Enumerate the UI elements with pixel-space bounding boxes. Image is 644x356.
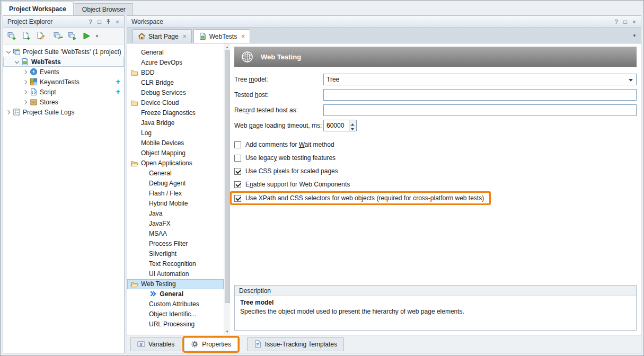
options-item[interactable]: BDD bbox=[127, 68, 224, 78]
close-tab-icon[interactable]: × bbox=[241, 33, 245, 40]
checkbox-label: Add comments for Wait method bbox=[245, 141, 334, 148]
tree-model-select[interactable]: Tree bbox=[323, 74, 637, 85]
checkbox[interactable] bbox=[234, 195, 241, 202]
tb-run-icon[interactable] bbox=[80, 29, 93, 43]
tb-new-suite-icon[interactable] bbox=[5, 29, 19, 43]
tb-edit-icon[interactable] bbox=[33, 29, 47, 43]
tb-organize-icon[interactable] bbox=[51, 29, 65, 43]
bottom-tab[interactable]: x Variables bbox=[130, 337, 181, 351]
options-item[interactable]: CLR Bridge bbox=[127, 78, 224, 88]
tb-run-test-icon[interactable] bbox=[65, 29, 79, 43]
expander-chevron[interactable] bbox=[22, 79, 29, 85]
tree-item-label: Project Suite 'WebTests' (1 project) bbox=[23, 48, 121, 56]
options-item-label: CLR Bridge bbox=[141, 79, 174, 86]
tab-list-dropdown[interactable]: ▼ bbox=[632, 33, 637, 38]
tree-item-label: KeywordTests bbox=[40, 78, 80, 86]
options-item[interactable]: JavaFX bbox=[127, 219, 224, 229]
bottom-tab[interactable]: Issue-Tracking Templates bbox=[247, 337, 344, 351]
options-item[interactable]: Object Mapping bbox=[127, 148, 224, 158]
expander-chevron[interactable] bbox=[22, 89, 29, 95]
options-item[interactable]: Custom Attributes bbox=[127, 299, 224, 309]
page-loading-timeout-input[interactable] bbox=[323, 120, 349, 131]
options-item[interactable]: Text Recognition bbox=[127, 259, 224, 269]
tree-row[interactable]: Stores bbox=[3, 97, 124, 107]
options-item-label: Java bbox=[149, 210, 162, 217]
tree-row[interactable]: Project Suite Logs bbox=[3, 107, 124, 117]
options-item[interactable]: General bbox=[127, 168, 224, 179]
settings-form: Tree model: Tree Tested host: Record tes… bbox=[234, 74, 637, 135]
description-text: Specifies the object model used to prese… bbox=[240, 308, 631, 315]
options-item[interactable]: Device Cloud bbox=[127, 98, 224, 108]
maximize-button[interactable]: □ bbox=[95, 17, 104, 26]
scroll-down-button[interactable]: ▼ bbox=[224, 328, 231, 335]
maximize-button[interactable]: □ bbox=[621, 17, 630, 26]
close-tab-icon[interactable]: × bbox=[183, 33, 187, 40]
checkbox-row[interactable]: Add comments for Wait method bbox=[234, 140, 334, 149]
top-tab[interactable]: Object Browser bbox=[75, 3, 133, 15]
spin-down-button[interactable] bbox=[349, 126, 356, 131]
expander-chevron[interactable] bbox=[5, 109, 12, 115]
run-options-dropdown[interactable]: ▼ bbox=[94, 34, 100, 39]
options-item-label: JavaFX bbox=[149, 220, 171, 227]
options-scrollbar[interactable]: ▲ ▼ bbox=[224, 43, 230, 335]
checkbox[interactable] bbox=[234, 155, 241, 162]
help-button[interactable]: ? bbox=[612, 17, 621, 26]
options-item[interactable]: URL Processing bbox=[127, 319, 224, 330]
close-button[interactable]: × bbox=[113, 17, 122, 26]
checkbox-row[interactable]: Enable support for Web Components bbox=[234, 180, 350, 189]
record-tested-host-input[interactable] bbox=[323, 104, 637, 116]
options-item[interactable]: Java Bridge bbox=[127, 118, 224, 128]
checkbox[interactable] bbox=[234, 168, 241, 175]
options-item[interactable]: Web Testing bbox=[127, 279, 224, 289]
options-item[interactable]: Azure DevOps bbox=[127, 58, 224, 68]
description-option-name: Tree model bbox=[240, 299, 631, 306]
pin-icon[interactable] bbox=[104, 17, 113, 26]
options-item[interactable]: General bbox=[127, 289, 224, 299]
options-item[interactable]: General bbox=[127, 48, 224, 58]
top-tab[interactable]: Project Workspace bbox=[2, 2, 74, 15]
checkbox[interactable] bbox=[234, 181, 241, 188]
checkbox[interactable] bbox=[234, 141, 241, 148]
options-item[interactable]: Java bbox=[127, 209, 224, 219]
checkbox-row[interactable]: Use CSS pixels for scaled pages bbox=[234, 166, 338, 176]
tree-row[interactable]: WebTests bbox=[3, 57, 124, 67]
options-item[interactable]: Open Applications bbox=[127, 158, 224, 168]
checkbox-row[interactable]: Use XPath and CSS selectors for web obje… bbox=[230, 191, 491, 205]
tree-item-label: WebTests bbox=[31, 58, 61, 66]
options-item[interactable]: Debug Agent bbox=[127, 179, 224, 189]
options-item[interactable]: Freeze Diagnostics bbox=[127, 108, 224, 118]
options-item[interactable]: Flash / Flex bbox=[127, 189, 224, 199]
expander-chevron[interactable] bbox=[14, 59, 20, 65]
help-button[interactable]: ? bbox=[86, 17, 95, 26]
arrow-icon bbox=[149, 290, 157, 298]
expander-chevron[interactable] bbox=[22, 69, 29, 75]
expander-chevron[interactable] bbox=[5, 49, 12, 55]
tree-row[interactable]: Events bbox=[3, 67, 124, 77]
tree-row[interactable]: Project Suite 'WebTests' (1 project) bbox=[3, 47, 124, 57]
options-item[interactable]: MSAA bbox=[127, 229, 224, 239]
spin-up-button[interactable] bbox=[349, 120, 356, 126]
options-item[interactable]: Debug Services bbox=[127, 88, 224, 98]
tested-host-input[interactable] bbox=[323, 89, 637, 101]
options-item[interactable]: Mobile Devices bbox=[127, 138, 224, 148]
document-tab[interactable]: WebTests × bbox=[193, 29, 250, 43]
close-button[interactable]: × bbox=[630, 17, 639, 26]
scrollbar-track[interactable] bbox=[224, 50, 231, 328]
scrollbar-thumb[interactable] bbox=[225, 50, 230, 303]
options-item-label: Object Identific... bbox=[149, 310, 196, 318]
tree-row[interactable]: Script bbox=[3, 87, 124, 97]
expander-chevron[interactable] bbox=[22, 99, 29, 105]
folder-open-icon bbox=[130, 280, 138, 288]
options-item[interactable]: UI Automation bbox=[127, 269, 224, 279]
document-tab[interactable]: Start Page × bbox=[133, 29, 192, 43]
options-item[interactable]: Log bbox=[127, 128, 224, 138]
checkbox-row[interactable]: Use legacy web testing features bbox=[234, 153, 336, 163]
bottom-tab[interactable]: Properties bbox=[184, 337, 238, 351]
options-item[interactable]: Silverlight bbox=[127, 249, 224, 259]
scroll-up-button[interactable]: ▲ bbox=[224, 43, 231, 50]
tb-new-item-icon[interactable] bbox=[19, 29, 33, 43]
options-item[interactable]: Object Identific... bbox=[127, 309, 224, 319]
options-item[interactable]: Process Filter bbox=[127, 239, 224, 249]
tree-row[interactable]: KeywordTests bbox=[3, 77, 124, 87]
options-item[interactable]: Hybrid Mobile bbox=[127, 199, 224, 209]
